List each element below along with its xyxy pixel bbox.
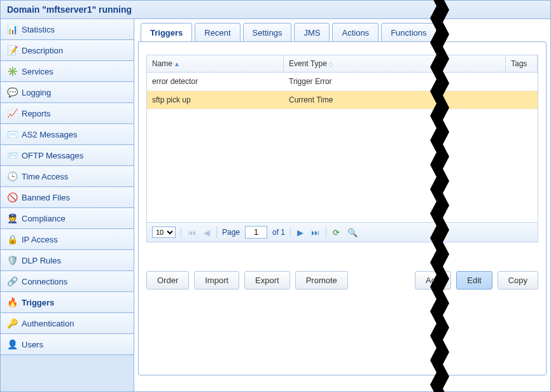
import-button[interactable]: Import <box>194 271 239 290</box>
sidebar-item-label: Logging <box>22 88 51 97</box>
last-page-icon[interactable]: ⏭ <box>310 228 321 237</box>
sort-indicator-icon: ◇ <box>328 60 333 67</box>
action-button-row: Order Import Export Promote Add Edit Cop… <box>146 271 538 290</box>
refresh-icon[interactable]: ⟳ <box>331 228 341 237</box>
tab-jms[interactable]: JMS <box>294 23 330 42</box>
sidebar-item-oftp-messages[interactable]: 📨OFTP Messages <box>1 145 134 166</box>
tab-triggers[interactable]: Triggers <box>141 23 192 42</box>
separator <box>216 227 217 238</box>
cell-tags <box>506 91 538 109</box>
search-icon[interactable]: 🔍 <box>346 228 359 237</box>
sidebar-item-logging[interactable]: 💬Logging <box>1 82 134 103</box>
banned-files-icon: 🚫 <box>7 192 17 202</box>
triggers-grid: Name▲ Event Type◇ Tags error detectorTri… <box>146 55 538 242</box>
sidebar-item-label: Connections <box>22 277 67 286</box>
page-size-select[interactable]: 10 <box>152 227 176 238</box>
ip-access-icon: 🔒 <box>7 234 17 244</box>
cell-event-type: Current Time <box>284 91 506 109</box>
sidebar-item-label: Authentication <box>22 319 74 328</box>
sidebar-item-label: Statistics <box>22 25 55 34</box>
sidebar-item-description[interactable]: 📝Description <box>1 40 134 61</box>
tab-settings[interactable]: Settings <box>243 23 292 42</box>
promote-button[interactable]: Promote <box>295 271 348 290</box>
triggers-icon: 🔥 <box>7 297 17 307</box>
grid-header: Name▲ Event Type◇ Tags <box>147 55 538 73</box>
page-label: Page <box>222 228 240 237</box>
col-header-name[interactable]: Name▲ <box>147 55 284 72</box>
sidebar-item-authentication[interactable]: 🔑Authentication <box>1 313 134 334</box>
tab-actions[interactable]: Actions <box>332 23 379 42</box>
sidebar-item-reports[interactable]: 📈Reports <box>1 103 134 124</box>
sidebar-item-label: DLP Rules <box>22 256 61 265</box>
sidebar-item-label: OFTP Messages <box>22 151 83 160</box>
reports-icon: 📈 <box>7 108 17 118</box>
sidebar-item-dlp-rules[interactable]: 🛡️DLP Rules <box>1 250 134 271</box>
oftp-messages-icon: 📨 <box>7 150 17 160</box>
sidebar-item-label: Compliance <box>22 214 66 223</box>
sidebar-item-statistics[interactable]: 📊Statistics <box>1 19 134 40</box>
paging-toolbar: 10 ⏮ ◀ Page of 1 ▶ ⏭ ⟳ 🔍 <box>147 222 538 242</box>
description-icon: 📝 <box>7 45 17 55</box>
sidebar-item-label: Time Access <box>22 172 68 181</box>
sidebar-item-triggers[interactable]: 🔥Triggers <box>1 292 134 313</box>
sidebar-item-as2-messages[interactable]: ✉️AS2 Messages <box>1 124 134 145</box>
cell-event-type: Trigger Error <box>284 73 506 90</box>
cell-name: sftp pick up <box>147 91 284 109</box>
connections-icon: 🔗 <box>7 276 17 286</box>
statistics-icon: 📊 <box>7 24 17 34</box>
sidebar-item-label: Reports <box>22 109 51 118</box>
users-icon: 👤 <box>7 339 17 349</box>
tab-functions[interactable]: Functions <box>381 23 436 42</box>
sidebar-item-ip-access[interactable]: 🔒IP Access <box>1 229 134 250</box>
sort-asc-icon: ▲ <box>174 60 180 67</box>
content-area: TriggersRecentSettingsJMSActionsFunction… <box>134 19 550 392</box>
separator <box>181 227 181 238</box>
export-button[interactable]: Export <box>244 271 290 290</box>
domain-header: Domain "mftserver1" running <box>1 1 550 19</box>
as2-messages-icon: ✉️ <box>7 129 17 139</box>
edit-button[interactable]: Edit <box>456 271 492 290</box>
table-row[interactable]: error detectorTrigger Error <box>147 73 538 91</box>
domain-title: Domain "mftserver1" running <box>7 4 132 15</box>
first-page-icon[interactable]: ⏮ <box>186 228 197 237</box>
sidebar-item-label: Users <box>22 340 43 349</box>
grid-body: error detectorTrigger Errorsftp pick upC… <box>147 73 538 222</box>
logging-icon: 💬 <box>7 87 17 97</box>
sidebar-item-compliance[interactable]: 👮Compliance <box>1 208 134 229</box>
sidebar-item-banned-files[interactable]: 🚫Banned Files <box>1 187 134 208</box>
cell-name: error detector <box>147 73 284 90</box>
prev-page-icon[interactable]: ◀ <box>202 228 211 237</box>
sidebar-item-label: Banned Files <box>22 193 70 202</box>
separator <box>326 227 326 238</box>
sidebar-item-label: IP Access <box>22 235 58 244</box>
page-number-input[interactable] <box>245 226 267 239</box>
dlp-rules-icon: 🛡️ <box>7 255 17 265</box>
order-button[interactable]: Order <box>146 271 189 290</box>
sidebar-item-services[interactable]: ✳️Services <box>1 61 134 82</box>
col-header-tags[interactable]: Tags <box>506 55 538 72</box>
next-page-icon[interactable]: ▶ <box>296 228 305 237</box>
tab-recent[interactable]: Recent <box>195 23 240 42</box>
sidebar-item-users[interactable]: 👤Users <box>1 334 134 355</box>
sidebar-item-label: Services <box>22 67 53 76</box>
sidebar: 📊Statistics📝Description✳️Services💬Loggin… <box>1 19 134 392</box>
triggers-panel: Name▲ Event Type◇ Tags error detectorTri… <box>138 41 547 375</box>
sidebar-item-label: Description <box>22 46 63 55</box>
tab-strip: TriggersRecentSettingsJMSActionsFunction… <box>141 23 547 42</box>
authentication-icon: 🔑 <box>7 318 17 328</box>
page-of-label: of 1 <box>272 228 285 237</box>
services-icon: ✳️ <box>7 66 17 76</box>
sidebar-item-label: Triggers <box>22 298 54 307</box>
compliance-icon: 👮 <box>7 213 17 223</box>
sidebar-item-connections[interactable]: 🔗Connections <box>1 271 134 292</box>
sidebar-item-label: AS2 Messages <box>22 130 77 139</box>
sidebar-item-time-access[interactable]: 🕒Time Access <box>1 166 134 187</box>
separator <box>290 227 291 238</box>
copy-button[interactable]: Copy <box>498 271 538 290</box>
col-header-event-type[interactable]: Event Type◇ <box>284 55 506 72</box>
cell-tags <box>506 73 538 90</box>
time-access-icon: 🕒 <box>7 171 17 181</box>
table-row[interactable]: sftp pick upCurrent Time <box>147 91 538 109</box>
